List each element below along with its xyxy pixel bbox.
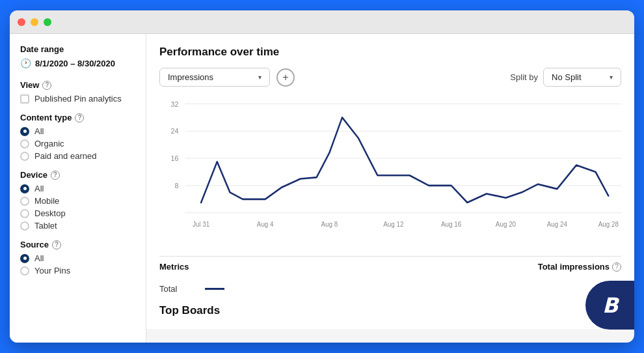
source-help-icon[interactable]: ? bbox=[52, 240, 61, 249]
split-dropdown[interactable]: No Split ▾ bbox=[543, 68, 621, 87]
device-tablet-radio[interactable] bbox=[20, 221, 29, 231]
source-your-pins[interactable]: Your Pins bbox=[20, 266, 135, 275]
metric-dropdown[interactable]: Impressions ▾ bbox=[159, 68, 270, 87]
plus-icon: + bbox=[282, 72, 288, 83]
main-wrapper: Performance over time Impressions ▾ + Sp… bbox=[146, 34, 634, 343]
svg-text:Jul 31: Jul 31 bbox=[193, 220, 210, 227]
section-title: Performance over time bbox=[159, 46, 621, 59]
date-range-heading: Date range bbox=[20, 44, 135, 54]
device-all-radio[interactable] bbox=[20, 184, 29, 193]
total-impressions-header: Total impressions ? bbox=[538, 262, 621, 272]
app-window: Date range 🕐 8/1/2020 – 8/30/2020 View ?… bbox=[10, 10, 634, 343]
view-heading: View ? bbox=[20, 80, 135, 90]
svg-text:Aug 12: Aug 12 bbox=[383, 220, 404, 227]
logo-overlay: 𝗕 bbox=[585, 281, 634, 330]
svg-text:24: 24 bbox=[171, 127, 179, 135]
device-tablet[interactable]: Tablet bbox=[20, 221, 135, 231]
source-all-radio[interactable] bbox=[20, 254, 29, 263]
device-help-icon[interactable]: ? bbox=[51, 171, 60, 180]
metric-total-row: Total 229 bbox=[159, 279, 621, 298]
content-type-organic[interactable]: Organic bbox=[20, 139, 135, 148]
source-all[interactable]: All bbox=[20, 253, 135, 263]
main-content: Performance over time Impressions ▾ + Sp… bbox=[146, 34, 634, 329]
logo-letter: 𝗕 bbox=[602, 293, 618, 318]
view-section: View ? Published Pin analytics bbox=[20, 80, 135, 104]
view-help-icon[interactable]: ? bbox=[42, 81, 51, 90]
published-pin-checkbox[interactable] bbox=[20, 94, 29, 104]
metric-total-name: Total bbox=[159, 284, 198, 294]
svg-text:32: 32 bbox=[171, 100, 179, 107]
titlebar bbox=[10, 10, 634, 34]
split-by-row: Split by No Split ▾ bbox=[510, 68, 621, 87]
metrics-label: Metrics bbox=[159, 262, 189, 272]
published-pin-option[interactable]: Published Pin analytics bbox=[20, 94, 135, 104]
split-by-label: Split by bbox=[510, 72, 538, 82]
svg-text:Aug 16: Aug 16 bbox=[441, 220, 462, 227]
source-your-pins-radio[interactable] bbox=[20, 266, 29, 275]
svg-text:Aug 4: Aug 4 bbox=[257, 220, 274, 227]
date-range-row[interactable]: 🕐 8/1/2020 – 8/30/2020 bbox=[20, 58, 135, 68]
controls-row: Impressions ▾ + Split by No Split ▾ bbox=[159, 68, 621, 87]
source-section: Source ? All Your Pins bbox=[20, 240, 135, 275]
content-type-all-radio[interactable] bbox=[20, 127, 29, 136]
svg-text:8: 8 bbox=[175, 182, 179, 190]
device-desktop-radio[interactable] bbox=[20, 209, 29, 218]
total-impressions-label: Total impressions bbox=[538, 262, 610, 272]
device-heading: Device ? bbox=[20, 170, 135, 180]
device-all[interactable]: All bbox=[20, 184, 135, 193]
device-mobile[interactable]: Mobile bbox=[20, 196, 135, 206]
metrics-bar: Metrics Total impressions ? bbox=[159, 256, 621, 275]
date-range-value: 8/1/2020 – 8/30/2020 bbox=[35, 59, 115, 68]
top-boards-title: Top Boards bbox=[159, 304, 621, 317]
content-type-heading: Content type ? bbox=[20, 113, 135, 122]
traffic-lights bbox=[18, 18, 51, 26]
chart-container: 32 24 16 8 Jul 31 Aug 4 Aug 8 Aug 12 Aug… bbox=[159, 97, 621, 247]
content-type-help-icon[interactable]: ? bbox=[75, 113, 84, 122]
performance-chart: 32 24 16 8 Jul 31 Aug 4 Aug 8 Aug 12 Aug… bbox=[159, 97, 621, 247]
device-section: Device ? All Mobile Desktop Tablet bbox=[20, 170, 135, 231]
add-metric-button[interactable]: + bbox=[276, 68, 295, 87]
svg-text:Aug 24: Aug 24 bbox=[547, 220, 568, 227]
svg-text:Aug 20: Aug 20 bbox=[496, 220, 517, 227]
device-mobile-radio[interactable] bbox=[20, 197, 29, 206]
content-type-paid-radio[interactable] bbox=[20, 152, 29, 161]
svg-text:16: 16 bbox=[171, 154, 179, 162]
svg-text:Aug 28: Aug 28 bbox=[598, 220, 619, 227]
metric-total-line bbox=[205, 288, 224, 290]
metric-dropdown-arrow: ▾ bbox=[258, 74, 262, 81]
content-type-all[interactable]: All bbox=[20, 126, 135, 136]
sidebar: Date range 🕐 8/1/2020 – 8/30/2020 View ?… bbox=[10, 34, 146, 343]
date-range-section: Date range 🕐 8/1/2020 – 8/30/2020 bbox=[20, 44, 135, 68]
maximize-button[interactable] bbox=[44, 18, 51, 26]
content-type-section: Content type ? All Organic Paid and earn… bbox=[20, 113, 135, 161]
content-type-organic-radio[interactable] bbox=[20, 139, 29, 148]
source-heading: Source ? bbox=[20, 240, 135, 249]
svg-text:Aug 8: Aug 8 bbox=[321, 220, 338, 227]
close-button[interactable] bbox=[18, 18, 25, 26]
device-desktop[interactable]: Desktop bbox=[20, 208, 135, 218]
split-dropdown-arrow: ▾ bbox=[610, 74, 613, 81]
clock-icon: 🕐 bbox=[20, 58, 31, 68]
minimize-button[interactable] bbox=[31, 18, 38, 26]
content-area: Date range 🕐 8/1/2020 – 8/30/2020 View ?… bbox=[10, 34, 634, 343]
total-impressions-help-icon[interactable]: ? bbox=[612, 262, 621, 272]
content-type-paid[interactable]: Paid and earned bbox=[20, 151, 135, 161]
